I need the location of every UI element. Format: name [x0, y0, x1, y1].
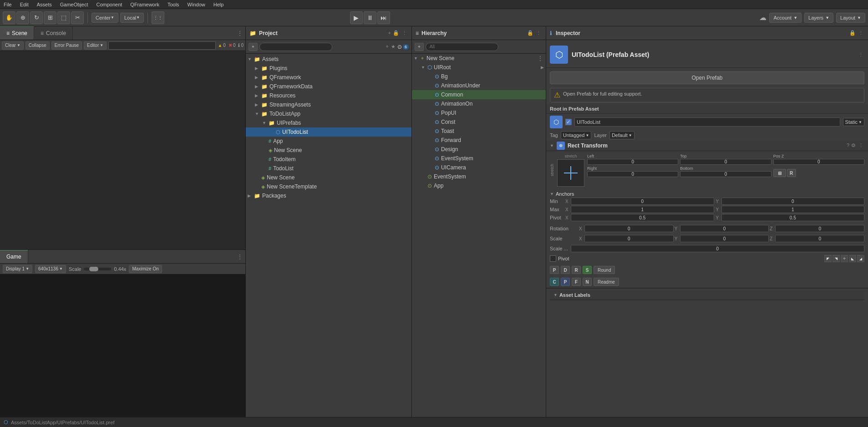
tab-console[interactable]: ≡ Console	[34, 26, 73, 40]
bottom-input[interactable]	[680, 171, 771, 177]
tree-item-todolist[interactable]: # TodoList	[246, 164, 411, 173]
tree-item-newscenetemplate[interactable]: ◈ New SceneTemplate	[246, 182, 411, 191]
open-prefab-btn[interactable]: Open Prefab	[550, 71, 864, 84]
inspector-lock-btn[interactable]: 🔒	[849, 30, 856, 36]
h-item-animunder[interactable]: ⊙ AnimationUnder	[412, 81, 546, 90]
tree-item-qframework[interactable]: ▶ 📁 QFramework	[246, 73, 411, 82]
d-btn[interactable]: D	[561, 266, 570, 274]
h-item-eventsystem2[interactable]: ⊙ EventSystem	[412, 172, 546, 181]
h-item-animon[interactable]: ⊙ AnimationOn	[412, 99, 546, 108]
blueprint-btn[interactable]: ⊞	[773, 169, 786, 177]
h-item-uiroot[interactable]: ▼ ⬡ UIRoot ▶	[412, 63, 546, 72]
left-input[interactable]	[587, 159, 678, 165]
r-btn[interactable]: R	[787, 169, 796, 177]
game-view[interactable]	[0, 274, 245, 427]
h-item-const[interactable]: ⊙ Const	[412, 117, 546, 127]
h-item-uicamera[interactable]: ⊙ UICamera	[412, 163, 546, 172]
scale-slider[interactable]	[84, 268, 111, 270]
rect-transform-header[interactable]: ▼ ⊕ Rect Transform ? ⚙ ⋮	[546, 140, 868, 151]
game-tab-options[interactable]: ⋮	[234, 250, 245, 263]
rt-help-btn[interactable]: ?	[847, 142, 849, 148]
scale-tool-btn[interactable]: ⊞	[44, 11, 56, 24]
anchors-header-row[interactable]: ▼ Anchors	[550, 191, 864, 197]
round-btn[interactable]: Round	[594, 266, 615, 274]
scale-extra-input[interactable]	[571, 245, 864, 252]
posz-input[interactable]	[773, 159, 864, 165]
menu-help[interactable]: Help	[213, 2, 225, 7]
tree-item-resources[interactable]: ▶ 📁 Resources	[246, 91, 411, 100]
h-item-forward[interactable]: ⊙ Forward	[412, 136, 546, 145]
readme-btn[interactable]: Readme	[594, 278, 619, 286]
scene-tab-options[interactable]: ⋮	[234, 26, 245, 40]
p2-btn[interactable]: P	[561, 278, 570, 286]
maximize-btn[interactable]: Maximize On	[129, 265, 162, 273]
tree-item-qframeworkdata[interactable]: ▶ 📁 QFrameworkData	[246, 82, 411, 91]
s-btn[interactable]: S	[583, 266, 592, 274]
grid-btn[interactable]: ⋮⋮	[152, 11, 164, 24]
inspector-options-btn[interactable]: ⋮	[858, 30, 864, 36]
project-lock-btn[interactable]: 🔒	[393, 30, 399, 36]
max-x-input[interactable]	[571, 206, 714, 213]
scale-y-input[interactable]	[680, 235, 769, 242]
h-item-app[interactable]: ⊙ App	[412, 181, 546, 190]
hierarchy-add-btn[interactable]: +	[415, 43, 424, 51]
pivot-cb[interactable]	[550, 255, 556, 262]
h-scene-options[interactable]: ⋮	[537, 55, 544, 61]
rot-z-input[interactable]	[775, 225, 864, 232]
hierarchy-lock-btn[interactable]: 🔒	[527, 30, 533, 36]
project-add-btn[interactable]: +	[388, 30, 391, 36]
project-search-input[interactable]	[259, 43, 332, 51]
tab-game[interactable]: Game	[0, 250, 28, 263]
max-y-input[interactable]	[721, 206, 865, 213]
h-item-design[interactable]: ⊙ Design	[412, 145, 546, 154]
hierarchy-options-btn[interactable]: ⋮	[535, 30, 542, 36]
r-small-btn[interactable]: R	[572, 266, 581, 274]
layers-dropdown[interactable]: Layers ▼	[804, 13, 833, 23]
scene-view[interactable]	[0, 51, 245, 249]
tree-item-plugins[interactable]: ▶ 📁 Plugins	[246, 64, 411, 73]
tag-dropdown[interactable]: Untagged ▼	[561, 131, 592, 139]
project-star-btn[interactable]: ★	[391, 44, 396, 50]
transform-tool-btn[interactable]: ✂	[71, 11, 84, 24]
rot-x-input[interactable]	[584, 225, 674, 232]
console-search-input[interactable]	[108, 41, 216, 50]
h-item-common[interactable]: ⊙ Common	[412, 90, 546, 99]
project-options-btn[interactable]: ⋮	[401, 30, 408, 36]
menu-qframework[interactable]: QFramework	[129, 2, 160, 7]
h-item-newscene[interactable]: ▼ ⚬ New Scene ⋮	[412, 54, 546, 63]
tree-item-todoitem[interactable]: # TodoItem	[246, 155, 411, 164]
project-add-small-btn[interactable]: +	[249, 43, 258, 51]
corner-br-btn[interactable]: ◢	[857, 255, 864, 262]
h-item-bg[interactable]: ⊙ Bg	[412, 72, 546, 81]
tree-item-newscene1[interactable]: ◈ New Scene	[246, 146, 411, 155]
play-btn[interactable]: ▶	[350, 11, 363, 24]
menu-file[interactable]: File	[3, 2, 13, 7]
layout-dropdown[interactable]: Layout ▼	[836, 13, 865, 23]
tree-item-uitodolist[interactable]: ⬡ UITodoList	[246, 127, 411, 137]
pause-btn[interactable]: ⏸	[364, 11, 376, 24]
prefab-name-input[interactable]	[574, 117, 840, 127]
tab-scene[interactable]: ≡ Scene	[0, 26, 34, 40]
rt-settings-btn[interactable]: ⚙	[851, 142, 856, 148]
tree-item-streaming[interactable]: ▶ 📁 StreamingAssets	[246, 100, 411, 109]
hierarchy-search-input[interactable]	[426, 43, 498, 51]
corner-bl-btn[interactable]: ◣	[849, 255, 856, 262]
scale-z-input[interactable]	[775, 235, 864, 242]
rt-options-btn[interactable]: ⋮	[858, 142, 864, 148]
pivot-btn[interactable]: Center ▼	[91, 13, 118, 23]
tree-item-packages[interactable]: ▶ 📁 Packages	[246, 191, 411, 200]
clear-dropdown[interactable]: Clear ▼	[2, 41, 24, 50]
tree-item-app[interactable]: # App	[246, 137, 411, 146]
layer-dropdown[interactable]: Default ▼	[609, 131, 635, 139]
display-dropdown[interactable]: Display 1 ▼	[3, 265, 32, 273]
p-btn[interactable]: P	[550, 266, 559, 274]
prefab-checkbox[interactable]: ✓	[565, 119, 572, 125]
project-sync-btn[interactable]: ⚬	[385, 44, 389, 50]
corner-tl-btn[interactable]: ◤	[824, 255, 832, 262]
corner-tr-btn[interactable]: ◥	[832, 255, 840, 262]
pivot-y-input[interactable]	[721, 214, 865, 221]
step-btn[interactable]: ⏭	[377, 11, 390, 24]
rect-tool-btn[interactable]: ⬚	[57, 11, 70, 24]
min-y-input[interactable]	[721, 198, 865, 205]
rotate-tool-btn[interactable]: ↻	[30, 11, 43, 24]
